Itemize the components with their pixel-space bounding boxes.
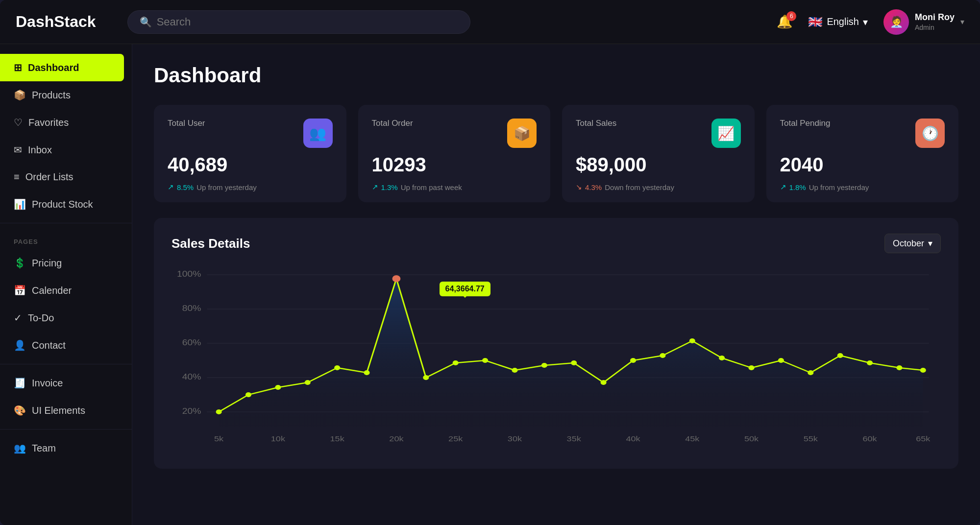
sidebar-item-products[interactable]: 📦 Products xyxy=(0,81,132,109)
sidebar-item-ui-elements[interactable]: 🎨 UI Elements xyxy=(0,397,132,424)
trend-text: Down from yesterday xyxy=(605,183,674,191)
svg-point-35 xyxy=(541,363,547,368)
sidebar-item-label: Dashboard xyxy=(28,62,79,73)
svg-point-31 xyxy=(423,375,429,380)
svg-text:10k: 10k xyxy=(271,434,286,443)
trend-value: 4.3% xyxy=(585,183,602,191)
svg-text:60%: 60% xyxy=(182,338,201,347)
svg-point-39 xyxy=(660,353,665,358)
svg-text:55k: 55k xyxy=(804,434,818,443)
stat-card-total-user: Total User 👥 40,689 ↗ 8.5% Up from yeste… xyxy=(154,105,346,202)
stat-label: Total Sales xyxy=(576,119,616,128)
stat-card-total-pending: Total Pending 🕐 2040 ↗ 1.8% Up from yest… xyxy=(766,105,959,202)
total-sales-icon: 📈 xyxy=(711,119,741,148)
svg-point-28 xyxy=(334,365,340,370)
product-stock-icon: 📊 xyxy=(14,198,26,210)
page-title: Dashboard xyxy=(154,64,958,87)
svg-text:100%: 100% xyxy=(177,270,201,279)
flag-icon: 🇬🇧 xyxy=(808,15,823,29)
order-lists-icon: ≡ xyxy=(14,171,20,183)
user-role: Admin xyxy=(915,23,955,32)
sidebar-item-inbox[interactable]: ✉ Inbox xyxy=(0,136,132,164)
svg-text:30k: 30k xyxy=(508,434,522,443)
stat-label: Total Order xyxy=(372,119,413,128)
sidebar-item-label: Inbox xyxy=(28,144,52,156)
pricing-icon: 💲 xyxy=(14,257,26,269)
inbox-icon: ✉ xyxy=(14,144,22,156)
chart-tooltip: 64,3664.77 xyxy=(440,282,490,296)
sidebar-item-calender[interactable]: 📅 Calender xyxy=(0,277,132,304)
stat-card-total-order: Total Order 📦 10293 ↗ 1.3% Up from past … xyxy=(358,105,551,202)
chevron-down-icon: ▾ xyxy=(863,16,868,28)
chevron-down-icon: ▾ xyxy=(928,238,932,249)
topbar: DashStack 🔍 🔔 6 🇬🇧 English ▾ 🧑‍💼 Moni Ro… xyxy=(0,0,980,44)
sidebar-item-favorites[interactable]: ♡ Favorites xyxy=(0,109,132,136)
trend-down-icon: ↘ xyxy=(576,183,582,191)
trend-value: 8.5% xyxy=(177,183,194,191)
month-selector[interactable]: October ▾ xyxy=(884,234,941,253)
sidebar-item-product-stock[interactable]: 📊 Product Stock xyxy=(0,191,132,218)
main-layout: ⊞ Dashboard 📦 Products ♡ Favorites ✉ Inb… xyxy=(0,44,980,525)
svg-point-29 xyxy=(364,370,370,375)
avatar: 🧑‍💼 xyxy=(883,9,909,35)
sidebar-divider-3 xyxy=(0,429,132,430)
svg-text:40k: 40k xyxy=(626,434,640,443)
svg-text:65k: 65k xyxy=(916,434,931,443)
sidebar-item-label: Favorites xyxy=(28,117,69,128)
month-label: October xyxy=(893,239,924,249)
chart-container: 64,3664.77 xyxy=(172,265,941,453)
svg-point-34 xyxy=(512,368,517,373)
calendar-icon: 📅 xyxy=(14,285,26,296)
search-icon: 🔍 xyxy=(140,16,152,28)
svg-point-26 xyxy=(275,385,281,390)
sidebar-item-label: Products xyxy=(32,90,71,101)
svg-point-41 xyxy=(719,356,725,360)
svg-text:25k: 25k xyxy=(448,434,463,443)
sidebar-item-label: Order Lists xyxy=(25,171,74,183)
search-bar[interactable]: 🔍 xyxy=(127,10,470,34)
svg-point-46 xyxy=(867,360,873,365)
sidebar-item-invoice[interactable]: 🧾 Invoice xyxy=(0,369,132,397)
svg-point-25 xyxy=(245,392,251,397)
stat-card-total-sales: Total Sales 📈 $89,000 ↘ 4.3% Down from y… xyxy=(562,105,755,202)
user-name: Moni Roy xyxy=(915,12,955,23)
language-selector[interactable]: 🇬🇧 English ▾ xyxy=(808,15,868,29)
sidebar-item-contact[interactable]: 👤 Contact xyxy=(0,332,132,359)
main-content: Dashboard Total User 👥 40,689 ↗ 8.5% Up … xyxy=(132,44,980,525)
svg-text:20%: 20% xyxy=(182,407,201,416)
total-user-icon: 👥 xyxy=(303,119,333,148)
sidebar-item-team[interactable]: 👥 Team xyxy=(0,434,132,462)
sidebar-item-order-lists[interactable]: ≡ Order Lists xyxy=(0,164,132,191)
svg-point-38 xyxy=(630,358,636,363)
contact-icon: 👤 xyxy=(14,339,26,351)
stat-value: 40,689 xyxy=(168,154,333,176)
sidebar-divider xyxy=(0,223,132,223)
logo: DashStack xyxy=(16,13,96,31)
svg-text:20k: 20k xyxy=(389,434,404,443)
stat-value: 10293 xyxy=(372,154,537,176)
stat-label: Total Pending xyxy=(780,119,831,128)
sidebar-item-pricing[interactable]: 💲 Pricing xyxy=(0,249,132,277)
svg-text:50k: 50k xyxy=(744,434,759,443)
sidebar-item-dashboard[interactable]: ⊞ Dashboard xyxy=(0,54,124,81)
stat-label: Total User xyxy=(168,119,205,128)
sidebar-item-label: Pricing xyxy=(32,258,62,269)
pages-section-label: PAGES xyxy=(0,228,132,249)
ui-elements-icon: 🎨 xyxy=(14,405,26,416)
search-input[interactable] xyxy=(157,16,458,28)
svg-text:5k: 5k xyxy=(214,434,224,443)
svg-point-37 xyxy=(601,380,607,385)
sidebar-item-label: Team xyxy=(32,443,56,454)
sidebar: ⊞ Dashboard 📦 Products ♡ Favorites ✉ Inb… xyxy=(0,44,132,525)
svg-point-45 xyxy=(837,353,843,358)
user-info[interactable]: 🧑‍💼 Moni Roy Admin ▾ xyxy=(883,9,964,35)
stat-value: $89,000 xyxy=(576,154,741,176)
sidebar-item-todo[interactable]: ✓ To-Do xyxy=(0,304,132,332)
svg-text:80%: 80% xyxy=(182,304,201,313)
stat-cards: Total User 👥 40,689 ↗ 8.5% Up from yeste… xyxy=(154,105,958,202)
dashboard-icon: ⊞ xyxy=(14,62,22,73)
notification-button[interactable]: 🔔 6 xyxy=(777,14,792,29)
svg-text:15k: 15k xyxy=(330,434,345,443)
svg-point-36 xyxy=(571,360,577,365)
svg-marker-23 xyxy=(219,279,923,427)
